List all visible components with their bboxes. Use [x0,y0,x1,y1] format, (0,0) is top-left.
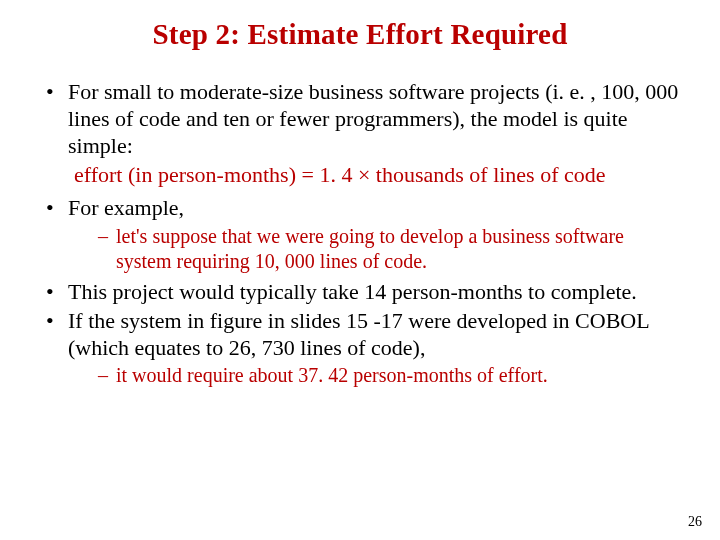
sub-bullet-text: let's suppose that we were going to deve… [116,225,624,271]
slide-title: Step 2: Estimate Effort Required [30,18,690,51]
bullet-item: For small to moderate-size business soft… [40,79,680,159]
bullet-text: If the system in figure in slides 15 -17… [68,308,649,360]
slide: Step 2: Estimate Effort Required For sma… [0,0,720,540]
formula-text: effort (in person-months) = 1. 4 × thous… [74,162,680,189]
bullet-text: For small to moderate-size business soft… [68,79,678,158]
bullet-item: This project would typically take 14 per… [40,279,680,306]
bullet-item: For example, let's suppose that we were … [40,195,680,273]
bullet-text: This project would typically take 14 per… [68,279,637,304]
sub-bullet-item: it would require about 37. 42 person-mon… [98,363,680,387]
bullet-text: For example, [68,195,184,220]
sub-bullet-item: let's suppose that we were going to deve… [98,224,680,273]
bullet-list: For small to moderate-size business soft… [30,79,690,388]
sub-bullet-text: it would require about 37. 42 person-mon… [116,364,548,386]
page-number: 26 [688,514,702,530]
sub-bullet-list: let's suppose that we were going to deve… [68,224,680,273]
sub-bullet-list: it would require about 37. 42 person-mon… [68,363,680,387]
bullet-item: If the system in figure in slides 15 -17… [40,308,680,388]
